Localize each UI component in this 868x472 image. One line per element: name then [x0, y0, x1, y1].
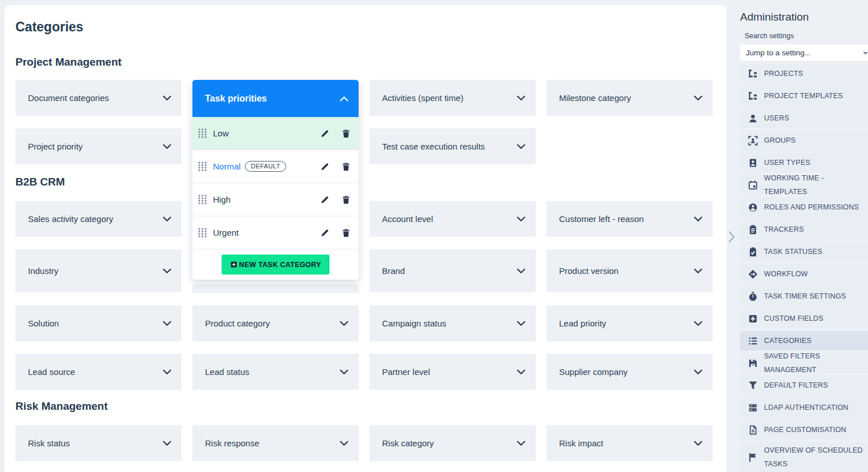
priority-row-urgent: Urgent	[192, 216, 359, 249]
section-heading-b2b-crm: B2B CRM	[15, 176, 65, 188]
sidebar-item-label: SAVED FILTERS MANAGEMENT	[764, 349, 866, 377]
panel-label: Supplier company	[546, 367, 628, 377]
new-task-category-button[interactable]: NEW TASK CATEGORY	[222, 255, 330, 275]
category-panel-lead-source[interactable]: Lead source	[15, 354, 182, 390]
drag-handle-icon[interactable]	[198, 228, 207, 237]
sidebar-item-roles-and-permissions[interactable]: ROLES AND PERMISSIONS	[740, 197, 868, 217]
delete-button[interactable]	[341, 129, 351, 138]
task-priorities-footer: NEW TASK CATEGORY	[192, 249, 359, 280]
category-panel-lead-priority[interactable]: Lead priority	[546, 305, 713, 341]
priority-name-low[interactable]: Low	[213, 128, 229, 138]
chevron-down-icon	[517, 95, 525, 101]
group-icon	[748, 136, 758, 146]
jump-to-setting-select[interactable]: Jump to a setting...	[740, 45, 868, 62]
sidebar-item-label: PAGE CUSTOMISATION	[764, 423, 846, 437]
category-panel-risk-status[interactable]: Risk status	[15, 425, 182, 461]
sidebar-item-default-filters[interactable]: DEFAULT FILTERS	[740, 376, 868, 395]
sidebar-item-task-timer-settings[interactable]: TASK TIMER SETTINGS	[740, 287, 868, 306]
edit-button[interactable]	[320, 162, 329, 171]
chevron-down-icon	[163, 369, 171, 375]
sidebar-item-ldap-authentication[interactable]: LDAP AUTHENTICATION	[740, 398, 868, 417]
category-panel-project-priority[interactable]: Project priority	[15, 128, 182, 164]
flag-icon	[748, 453, 758, 462]
sidebar-item-saved-filters-management[interactable]: SAVED FILTERS MANAGEMENT	[740, 353, 868, 373]
category-panel-brand[interactable]: Brand	[369, 249, 536, 292]
drag-handle-icon[interactable]	[198, 128, 207, 138]
sidebar-item-custom-fields[interactable]: CUSTOM FIELDS	[740, 309, 868, 328]
priority-name-high[interactable]: High	[213, 195, 231, 204]
priority-name-normal[interactable]: Normal	[213, 162, 240, 171]
category-panel-supplier-company[interactable]: Supplier company	[546, 354, 713, 390]
sidebar-item-trackers[interactable]: TRACKERS	[740, 220, 868, 239]
chevron-down-icon	[163, 95, 171, 101]
category-panel-test-case-execution-results[interactable]: Test case execution results	[369, 128, 536, 164]
pencil-icon	[320, 195, 329, 204]
category-panel-product-category[interactable]: Product category	[192, 305, 359, 341]
panel-label: Test case execution results	[369, 142, 485, 151]
sidebar-item-label: TASK TIMER SETTINGS	[764, 289, 846, 303]
trash-icon	[341, 129, 351, 138]
category-panel-campaign-status[interactable]: Campaign status	[369, 305, 536, 341]
panel-label: Product category	[192, 318, 270, 328]
sidebar-item-overview-of-scheduled-tasks[interactable]: OVERVIEW OF SCHEDULED TASKS	[740, 442, 868, 472]
chevron-down-icon	[340, 441, 348, 446]
sidebar-item-task-statuses[interactable]: TASK STATUSES	[740, 242, 868, 261]
sidebar-item-user-types[interactable]: USER TYPES	[740, 153, 868, 172]
sidebar-item-users[interactable]: USERS	[740, 108, 868, 128]
panel-label: Product version	[546, 266, 618, 276]
drag-handle-icon[interactable]	[198, 162, 207, 171]
chevron-down-icon	[340, 321, 348, 326]
category-panel-risk-category[interactable]: Risk category	[369, 425, 536, 461]
sidebar-item-categories[interactable]: CATEGORIES	[740, 331, 868, 350]
category-panel-solution[interactable]: Solution	[15, 305, 182, 341]
panel-label: Risk status	[15, 438, 70, 448]
category-panel-partner-level[interactable]: Partner level	[369, 354, 536, 390]
clipboard-check-icon	[748, 247, 758, 257]
chevron-down-icon	[517, 369, 525, 375]
sidebar-item-working-time-templates[interactable]: WORKING TIME - TEMPLATES	[740, 175, 868, 195]
trash-icon	[341, 162, 351, 171]
edit-button[interactable]	[320, 129, 329, 138]
category-panel-risk-response[interactable]: Risk response	[192, 425, 359, 461]
chevron-right-icon	[729, 231, 735, 243]
caret-down-icon	[863, 52, 868, 55]
category-panel-customer-left-reason[interactable]: Customer left - reason	[546, 201, 713, 237]
sidebar-item-project-templates[interactable]: PROJECT TEMPLATES	[740, 86, 868, 106]
pencil-icon	[320, 228, 329, 237]
sidebar-title: Administration	[740, 11, 809, 23]
category-panel-sales-activity-category[interactable]: Sales activity category	[15, 201, 182, 237]
delete-button[interactable]	[341, 228, 351, 237]
category-panel-milestone-category[interactable]: Milestone category	[546, 80, 713, 116]
category-panel-product-version[interactable]: Product version	[546, 249, 713, 292]
chevron-down-icon	[694, 268, 702, 274]
sidebar-item-projects[interactable]: PROJECTS	[740, 64, 868, 83]
panel-label: Risk response	[192, 438, 259, 448]
sidebar-item-label: PROJECTS	[764, 67, 803, 80]
chevron-down-icon	[694, 441, 702, 446]
hierarchy-icon	[748, 91, 758, 101]
priority-name-urgent[interactable]: Urgent	[213, 228, 239, 237]
category-panel-industry[interactable]: Industry	[15, 249, 182, 292]
drag-handle-icon[interactable]	[198, 195, 207, 204]
sidebar-item-label: WORKING TIME - TEMPLATES	[764, 171, 866, 199]
sidebar-item-page-customisation[interactable]: PAGE CUSTOMISATION	[740, 420, 868, 439]
panel-label: Milestone category	[546, 93, 631, 103]
delete-button[interactable]	[341, 195, 351, 204]
sidebar-item-groups[interactable]: GROUPS	[740, 131, 868, 150]
panel-label: Lead status	[192, 367, 250, 377]
chevron-down-icon	[163, 268, 171, 274]
task-priorities-title: Task priorities	[192, 94, 267, 104]
task-priorities-panel-header[interactable]: Task priorities	[192, 80, 359, 117]
panel-label: Risk category	[369, 438, 434, 448]
sidebar-item-workflow[interactable]: WORKFLOW	[740, 264, 868, 284]
edit-button[interactable]	[320, 228, 329, 237]
category-panel-account-level[interactable]: Account level	[369, 201, 536, 237]
category-panel-lead-status[interactable]: Lead status	[192, 354, 359, 390]
category-panel-risk-impact[interactable]: Risk impact	[546, 425, 713, 461]
category-panel-document-categories[interactable]: Document categories	[15, 80, 182, 116]
chevron-down-icon	[163, 144, 171, 150]
delete-button[interactable]	[341, 162, 351, 171]
edit-button[interactable]	[320, 195, 329, 204]
panel-label: Partner level	[369, 367, 430, 377]
category-panel-activities-spent-time[interactable]: Activities (spent time)	[369, 80, 536, 116]
